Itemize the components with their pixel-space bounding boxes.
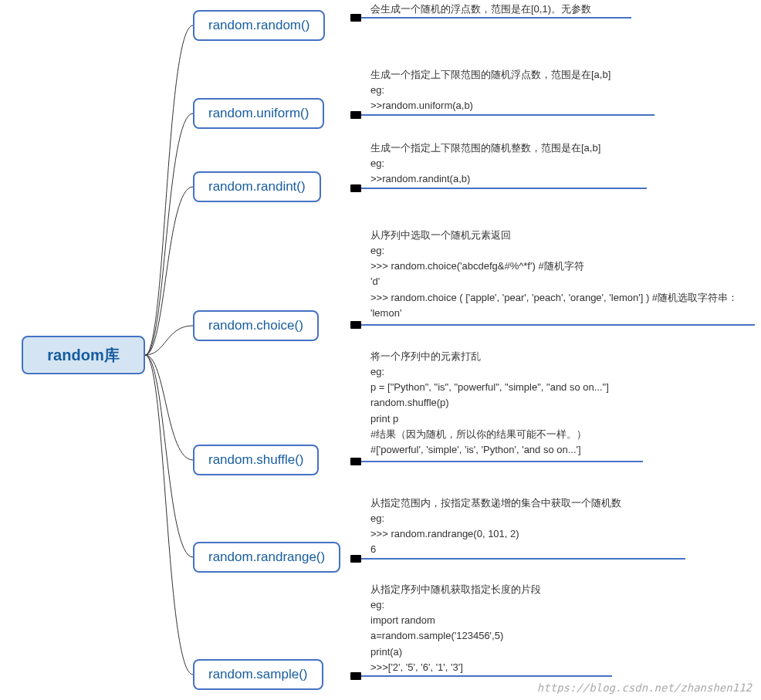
node-random-choice: random.choice(): [193, 310, 319, 341]
desc-shuffle: 将一个序列中的元素打乱 eg: p = ["Python", "is", "po…: [370, 349, 756, 458]
node-label: random.randrange(): [208, 550, 325, 565]
root-node: random库: [22, 336, 145, 374]
underline-sample: [361, 675, 612, 677]
desc-random: 会生成一个随机的浮点数，范围是在[0,1)。无参数: [370, 2, 756, 17]
node-label: random.randint(): [208, 179, 306, 194]
underline-uniform: [361, 114, 654, 116]
node-random-randrange: random.randrange(): [193, 542, 340, 573]
desc-randrange: 从指定范围内，按指定基数递增的集合中获取一个随机数 eg: >>> random…: [370, 495, 756, 558]
node-label: random.sample(): [208, 667, 308, 682]
node-label: random.shuffle(): [208, 452, 303, 468]
desc-choice: 从序列中选取一个随机元素返回 eg: >>> random.choice('ab…: [370, 228, 756, 321]
node-random-random: random.random(): [193, 10, 325, 41]
node-random-sample: random.sample(): [193, 659, 323, 690]
node-random-uniform: random.uniform(): [193, 98, 324, 129]
watermark: https://blog.csdn.net/zhanshen112: [537, 681, 752, 694]
desc-sample: 从指定序列中随机获取指定长度的片段 eg: import random a=ra…: [370, 582, 756, 675]
node-random-shuffle: random.shuffle(): [193, 445, 319, 475]
underline-shuffle: [361, 461, 643, 462]
root-label: random库: [47, 345, 119, 366]
desc-randint: 生成一个指定上下限范围的随机整数，范围是在[a,b] eg: >>random.…: [370, 140, 756, 187]
node-label: random.random(): [208, 18, 309, 33]
node-label: random.uniform(): [208, 106, 309, 121]
node-random-randint: random.randint(): [193, 171, 321, 202]
underline-randint: [361, 188, 647, 189]
desc-uniform: 生成一个指定上下限范围的随机浮点数，范围是在[a,b] eg: >>random…: [370, 67, 756, 113]
underline-choice: [361, 324, 755, 326]
underline-random: [361, 17, 631, 19]
underline-randrange: [361, 558, 685, 560]
node-label: random.choice(): [208, 318, 303, 333]
